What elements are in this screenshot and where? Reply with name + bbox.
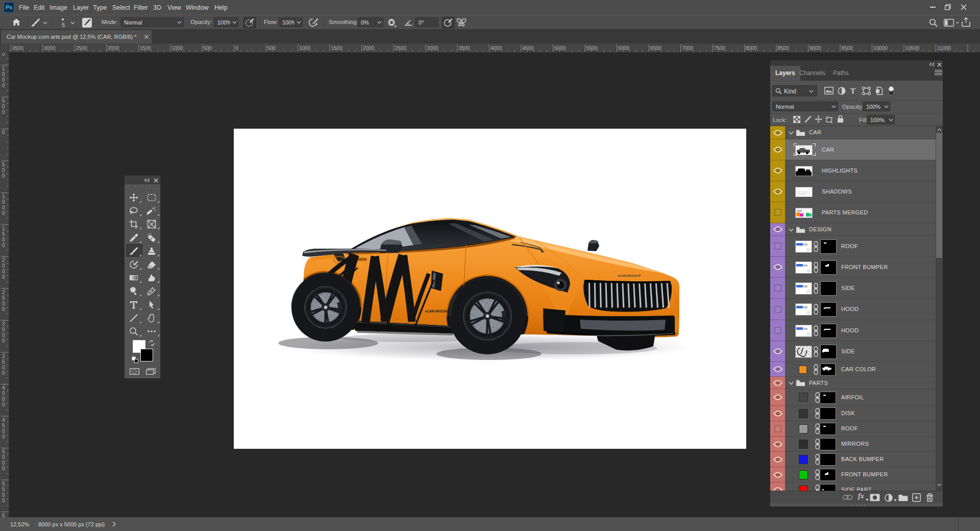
svg-text:0: 0 <box>235 45 238 51</box>
svg-text:3500: 3500 <box>12 45 24 51</box>
svg-text:0: 0 <box>2 269 5 274</box>
svg-text:5: 5 <box>2 162 5 167</box>
svg-text:2000: 2000 <box>363 45 375 51</box>
svg-text:0: 0 <box>2 306 5 312</box>
svg-text:1: 1 <box>2 66 5 71</box>
svg-text:1500: 1500 <box>140 45 152 51</box>
svg-text:5: 5 <box>2 359 5 365</box>
svg-text:5: 5 <box>2 481 5 487</box>
svg-text:0: 0 <box>2 466 5 471</box>
svg-text:0: 0 <box>2 173 5 179</box>
svg-text:3500: 3500 <box>459 45 471 51</box>
svg-text:4: 4 <box>2 417 5 423</box>
svg-text:0: 0 <box>2 210 5 216</box>
svg-text:6000: 6000 <box>618 45 630 51</box>
svg-text:0: 0 <box>2 167 5 173</box>
svg-text:0: 0 <box>2 391 5 396</box>
svg-text:1000: 1000 <box>299 45 311 51</box>
svg-text:●CAR MOCKUP: ●CAR MOCKUP <box>618 274 641 277</box>
svg-text:3: 3 <box>2 321 5 327</box>
svg-text:0: 0 <box>2 327 5 332</box>
svg-text:2000: 2000 <box>108 45 119 51</box>
svg-text:6: 6 <box>2 513 5 517</box>
svg-text:3000: 3000 <box>427 45 438 51</box>
svg-text:8000: 8000 <box>746 45 757 51</box>
svg-text:0: 0 <box>2 402 5 407</box>
svg-text:5: 5 <box>2 487 5 492</box>
svg-text:0: 0 <box>2 498 5 503</box>
svg-text:0: 0 <box>2 492 5 498</box>
svg-text:9000: 9000 <box>810 45 821 51</box>
svg-text:3000: 3000 <box>44 45 56 51</box>
svg-text:7500: 7500 <box>714 45 726 51</box>
svg-text:0: 0 <box>2 71 5 77</box>
svg-text:0: 0 <box>2 428 5 434</box>
svg-text:2500: 2500 <box>76 45 88 51</box>
svg-text:11000: 11000 <box>937 45 951 51</box>
svg-text:0: 0 <box>2 243 5 248</box>
svg-text:0: 0 <box>2 274 5 280</box>
svg-text:5: 5 <box>2 231 5 237</box>
svg-text:10500: 10500 <box>905 45 920 51</box>
svg-text:0: 0 <box>2 332 5 338</box>
svg-text:7000: 7000 <box>682 45 694 51</box>
svg-text:1500: 1500 <box>331 45 343 51</box>
svg-text:5: 5 <box>2 295 5 301</box>
svg-text:0: 0 <box>2 460 5 466</box>
svg-text:500: 500 <box>267 45 276 51</box>
svg-text:4: 4 <box>2 385 5 391</box>
svg-text:0: 0 <box>2 83 5 88</box>
svg-text:2: 2 <box>2 257 5 263</box>
svg-text:1000: 1000 <box>172 45 183 51</box>
svg-text:0: 0 <box>2 370 5 376</box>
svg-text:1: 1 <box>2 194 5 199</box>
svg-text:●CAR MOCKUP: ●CAR MOCKUP <box>425 309 452 313</box>
svg-text:0: 0 <box>2 104 5 109</box>
svg-text:0: 0 <box>2 205 5 210</box>
svg-text:5: 5 <box>2 98 5 104</box>
svg-text:0: 0 <box>2 396 5 402</box>
svg-text:0: 0 <box>2 77 5 83</box>
svg-text:6500: 6500 <box>650 45 662 51</box>
svg-text:0: 0 <box>2 301 5 306</box>
svg-text:0: 0 <box>2 199 5 205</box>
svg-text:5500: 5500 <box>586 45 598 51</box>
svg-text:10000: 10000 <box>873 45 888 51</box>
svg-text:3: 3 <box>2 353 5 359</box>
svg-text:2500: 2500 <box>395 45 407 51</box>
svg-text:8500: 8500 <box>778 45 790 51</box>
svg-text:5: 5 <box>2 449 5 454</box>
svg-text:0: 0 <box>2 109 5 115</box>
svg-text:5000: 5000 <box>554 45 566 51</box>
svg-text:0: 0 <box>2 263 5 269</box>
svg-text:5: 5 <box>2 423 5 428</box>
svg-text:4000: 4000 <box>491 45 502 51</box>
svg-text:1: 1 <box>2 226 5 231</box>
svg-text:0: 0 <box>2 237 5 243</box>
svg-text:2: 2 <box>2 289 5 295</box>
svg-text:0: 0 <box>2 130 5 135</box>
svg-text:9500: 9500 <box>842 45 853 51</box>
svg-text:0: 0 <box>2 53 5 57</box>
svg-text:0: 0 <box>2 434 5 440</box>
svg-text:0: 0 <box>2 454 5 460</box>
svg-text:500: 500 <box>204 45 212 51</box>
svg-text:0: 0 <box>2 365 5 370</box>
svg-text:4500: 4500 <box>523 45 534 51</box>
svg-text:0: 0 <box>2 338 5 344</box>
